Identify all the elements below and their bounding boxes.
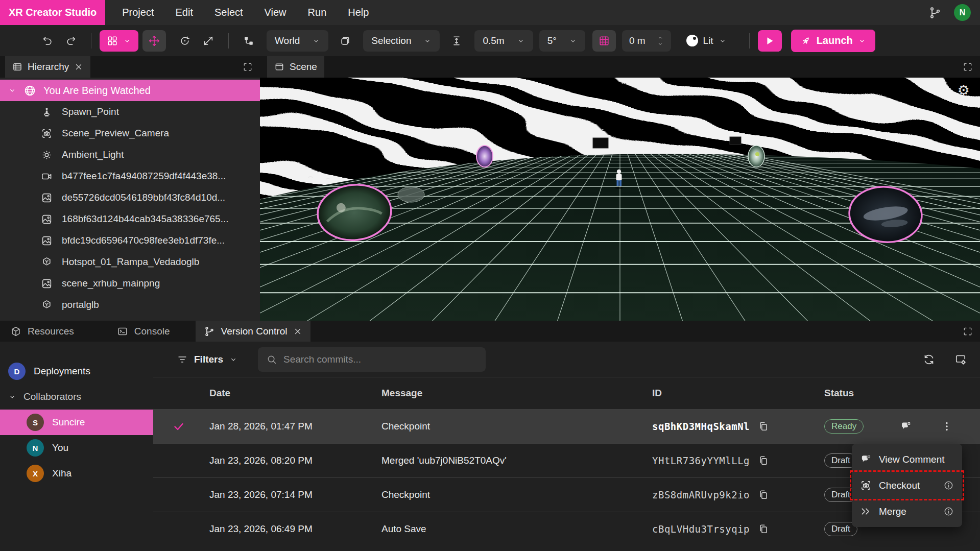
copy-icon[interactable] (758, 489, 769, 500)
pivot-mode-button[interactable] (237, 30, 260, 52)
play-button[interactable] (758, 30, 782, 52)
collaborator-you[interactable]: NYou (0, 435, 153, 461)
snap-vertical-button[interactable] (445, 30, 468, 52)
hierarchy-item[interactable]: Ambient_Light (0, 144, 260, 165)
collaborators-header[interactable]: Collaborators (0, 384, 153, 410)
grid-toggle-button[interactable] (592, 30, 616, 52)
launch-button[interactable]: Launch (791, 30, 875, 52)
shading-mode-dropdown[interactable]: Lit (686, 35, 727, 46)
info-icon[interactable] (943, 506, 954, 517)
collaborator-name: Xiha (52, 468, 71, 479)
frame-selection-button[interactable] (333, 30, 357, 52)
transform-space-dropdown[interactable]: World (267, 30, 328, 52)
refresh-icon[interactable] (923, 353, 935, 366)
copy-icon[interactable] (758, 421, 769, 432)
model-icon (41, 299, 53, 311)
move-tool-button[interactable] (142, 30, 166, 52)
hierarchy-item[interactable]: Scene_Preview_Camera (0, 123, 260, 144)
hierarchy-icon (12, 62, 22, 72)
copy-icon[interactable] (758, 455, 769, 466)
version-control-body: D Deployments Collaborators SSuncireNYou… (0, 342, 980, 551)
info-icon[interactable] (943, 480, 954, 491)
chevron-down-icon[interactable] (8, 86, 16, 94)
scene-settings-gear-icon[interactable]: ⚙ (958, 84, 970, 98)
portal-small (398, 187, 424, 202)
commit-message: Merged 'uub7j0NiB52T0AQv' (376, 455, 647, 466)
tab-scene[interactable]: Scene (267, 56, 324, 78)
kebab-menu-icon[interactable] (941, 420, 953, 433)
scale-tool-button[interactable] (197, 30, 220, 52)
chevron-down-icon (423, 37, 432, 45)
step-down-icon[interactable] (657, 41, 664, 47)
tab-console[interactable]: Console (109, 321, 178, 342)
selection-mode-dropdown[interactable]: Selection (363, 30, 440, 52)
menu-view[interactable]: View (254, 7, 297, 18)
close-icon[interactable] (74, 62, 83, 71)
expand-panel-icon[interactable] (243, 62, 253, 72)
commits-toolbar: Filters (153, 342, 980, 377)
menu-run[interactable]: Run (297, 7, 338, 18)
snap-angle-dropdown[interactable]: 5° (539, 30, 585, 52)
undo-button[interactable] (36, 30, 59, 52)
menu-help[interactable]: Help (337, 7, 379, 18)
tab-resources[interactable]: Resources (2, 321, 82, 342)
redo-button[interactable] (59, 30, 83, 52)
hierarchy-item[interactable]: Spawn_Point (0, 101, 260, 123)
tab-version-control[interactable]: Version Control (196, 321, 311, 342)
menu-select[interactable]: Select (204, 7, 254, 18)
copy-icon[interactable] (758, 523, 769, 535)
commit-row[interactable]: Jan 28, 2026, 01:47 PMCheckpointsqBhKD3M… (153, 409, 980, 443)
menu-project[interactable]: Project (111, 7, 164, 18)
snap-distance-dropdown[interactable]: 0.5m (474, 30, 533, 52)
version-control-icon[interactable] (928, 6, 942, 19)
context-menu-label: View Comment (879, 454, 944, 465)
image-icon (41, 213, 53, 225)
expand-panel-icon[interactable] (963, 326, 973, 337)
main-area: Hierarchy You Are Being Watched Spawn_Po… (0, 56, 980, 321)
bottom-tab-bar: Resources Console Version Control (0, 321, 980, 342)
hierarchy-item[interactable]: 168bf63d124b44cab345a38336e765... (0, 208, 260, 230)
divider (91, 33, 91, 49)
hierarchy-item-label: 168bf63d124b44cab345a38336e765... (62, 213, 229, 225)
hierarchy-item[interactable]: b477fee1c7fa494087259df4f443e38... (0, 165, 260, 187)
user-avatar[interactable]: N (954, 4, 971, 21)
close-icon[interactable] (293, 327, 302, 336)
chevron-down-icon (312, 37, 320, 45)
app-title: XR Creator Studio (0, 0, 105, 25)
launch-label: Launch (817, 35, 853, 46)
hierarchy-item[interactable]: scene_xrhub_mainpng (0, 273, 260, 294)
filters-dropdown[interactable]: Filters (177, 354, 237, 365)
collaborator-xiha[interactable]: XXiha (0, 461, 153, 486)
collaborator-suncire[interactable]: SSuncire (0, 410, 153, 435)
hierarchy-item[interactable]: portalglb (0, 294, 260, 316)
rotate-tool-button[interactable] (173, 30, 197, 52)
commit-settings-icon[interactable] (954, 353, 967, 366)
menu-edit[interactable]: Edit (165, 7, 204, 18)
hierarchy-root-item[interactable]: You Are Being Watched (0, 80, 260, 101)
hierarchy-item[interactable]: Hotspot_01_Rampa_Vedadoglb (0, 251, 260, 273)
expand-panel-icon[interactable] (963, 62, 973, 72)
tab-hierarchy[interactable]: Hierarchy (5, 56, 90, 78)
context-menu-checkout[interactable]: Checkout (852, 472, 962, 498)
step-up-icon[interactable] (657, 35, 664, 41)
main-toolbar: World Selection 0.5m 5° 0 m Lit Launch (0, 25, 980, 56)
search-commits-box[interactable] (258, 347, 486, 372)
commit-date: Jan 23, 2026, 08:20 PM (204, 455, 376, 466)
search-commits-input[interactable] (283, 354, 477, 365)
layout-grid-button[interactable] (100, 30, 138, 52)
deployments-label: Deployments (34, 366, 90, 377)
hierarchy-tab-label: Hierarchy (28, 61, 69, 73)
comment-icon[interactable] (900, 420, 912, 433)
3d-viewport[interactable]: ⚙ (260, 78, 980, 321)
hierarchy-item[interactable]: bfdc19cd6596470c98fee3eb1df73fe... (0, 230, 260, 251)
hierarchy-item[interactable]: de55726dcd0546189bbf43fc84d10d... (0, 187, 260, 208)
context-menu-merge[interactable]: Merge (852, 498, 962, 524)
column-header-message: Message (376, 388, 647, 399)
menubar: ProjectEditSelectViewRunHelp (105, 0, 379, 25)
hierarchy-tab-bar: Hierarchy (0, 56, 260, 78)
context-menu-view-comment[interactable]: View Comment (852, 446, 962, 472)
sidebar-item-deployments[interactable]: D Deployments (0, 358, 153, 384)
rocket-icon (800, 35, 811, 46)
collaborator-name: Suncire (52, 417, 85, 428)
grid-height-stepper[interactable]: 0 m (622, 30, 671, 52)
